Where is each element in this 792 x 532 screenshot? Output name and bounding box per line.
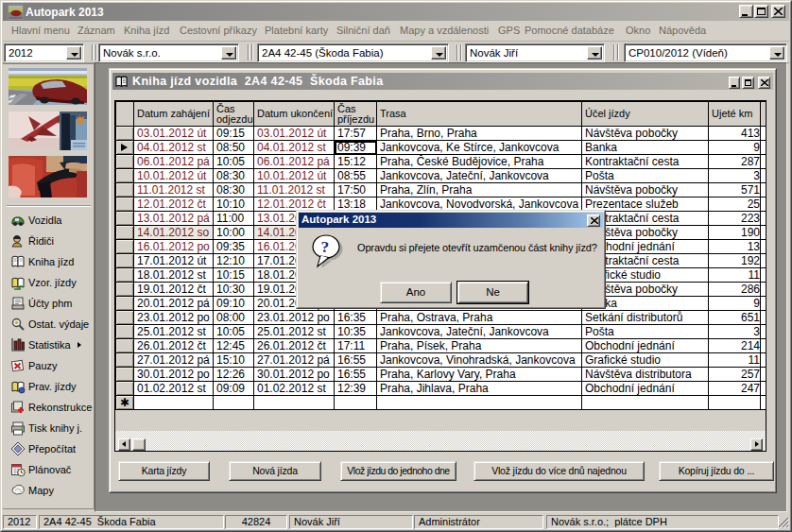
svg-text:?: ? bbox=[321, 237, 330, 256]
